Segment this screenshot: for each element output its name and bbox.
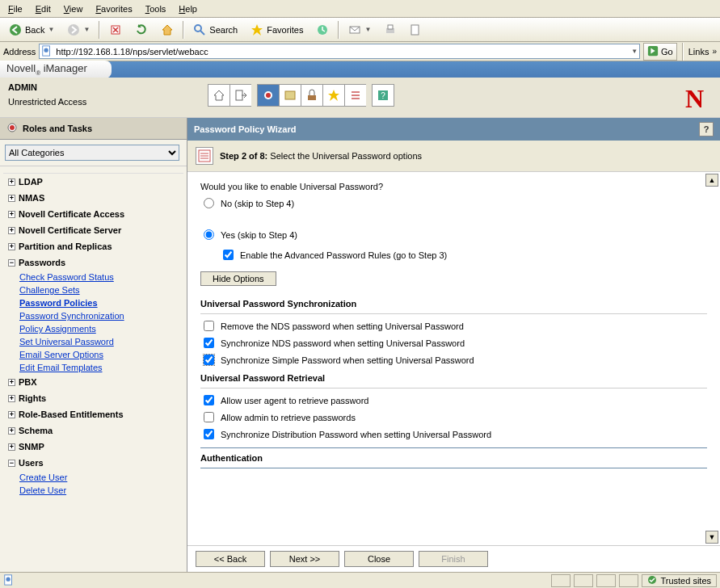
go-icon	[647, 45, 659, 58]
trusted-label: Trusted sites	[660, 576, 711, 586]
link-edit-email-templates[interactable]: Edit Email Templates	[19, 361, 183, 374]
expand-icon[interactable]: +	[8, 411, 15, 418]
tree-item-novell-certificate-access[interactable]: +Novell Certificate Access	[3, 206, 183, 222]
list-tab[interactable]	[344, 84, 367, 107]
expand-icon[interactable]: +	[8, 243, 15, 250]
expand-icon[interactable]: +	[8, 379, 15, 386]
back-button[interactable]: Back ▼	[3, 20, 60, 40]
tree-label: Passwords	[19, 258, 65, 267]
link-email-server-options[interactable]: Email Server Options	[19, 348, 183, 361]
menu-file[interactable]: File	[2, 2, 29, 16]
finish-button[interactable]: Finish	[419, 551, 488, 567]
history-button[interactable]	[310, 20, 335, 40]
edit-button[interactable]	[404, 20, 428, 40]
scroll-up-button[interactable]: ▲	[705, 174, 718, 187]
tree-item-novell-certificate-server[interactable]: +Novell Certificate Server	[3, 222, 183, 238]
step-row: Step 2 of 8: Select the Universal Passwo…	[187, 141, 720, 172]
config-tab[interactable]	[301, 84, 323, 107]
expand-icon[interactable]: +	[8, 195, 15, 202]
home-icon	[161, 23, 174, 36]
browser-toolbar: Back ▼ ▼ Search Favorites ▼	[0, 18, 720, 42]
menu-edit[interactable]: Edit	[29, 2, 57, 16]
tree-item-role-based-entitlements[interactable]: +Role-Based Entitlements	[3, 406, 183, 422]
link-challenge-sets[interactable]: Challenge Sets	[19, 284, 183, 296]
exit-tab[interactable]	[229, 84, 252, 107]
retr-header: Universal Password Retrieval	[200, 368, 707, 388]
checkbox-sync-opts-1[interactable]	[204, 338, 214, 348]
stop-button[interactable]	[103, 20, 128, 40]
back-button[interactable]: << Back	[196, 551, 265, 567]
tree-label: NMAS	[19, 193, 44, 203]
mail-button[interactable]: ▼	[343, 20, 377, 40]
expand-icon[interactable]: +	[8, 443, 15, 451]
wizard-body: ▲ Would you like to enable Universal Pas…	[187, 172, 720, 545]
refresh-button[interactable]	[129, 20, 154, 40]
dropdown-icon[interactable]: ▼	[631, 48, 638, 55]
search-button[interactable]: Search	[187, 20, 243, 40]
favorites-tab[interactable]	[322, 84, 345, 107]
tree-item-pbx[interactable]: +PBX	[3, 374, 183, 390]
home-tab[interactable]	[208, 84, 230, 107]
svg-point-23	[6, 577, 11, 581]
menu-help[interactable]: Help	[172, 2, 204, 16]
scroll-down-button[interactable]: ▼	[705, 531, 718, 544]
link-password-synchronization[interactable]: Password Synchronization	[19, 309, 183, 322]
help-button[interactable]: ?	[699, 122, 714, 136]
checkbox-sync-opts-0[interactable]	[204, 321, 214, 331]
link-password-policies[interactable]: Password Policies	[19, 296, 183, 309]
tree-item-users[interactable]: −Users	[3, 455, 183, 471]
checkbox-retr-opts-0[interactable]	[204, 395, 214, 405]
menu-favorites[interactable]: Favorites	[89, 2, 138, 16]
view-tab[interactable]	[279, 84, 301, 107]
collapse-icon[interactable]: −	[8, 259, 15, 267]
tree-item-rights[interactable]: +Rights	[3, 390, 183, 406]
checkbox-sync-opts-2[interactable]	[204, 355, 214, 365]
tree-item-snmp[interactable]: +SNMP	[3, 439, 183, 455]
content: Password Policy Wizard ? Step 2 of 8: Se…	[187, 118, 720, 572]
sidebar-tree[interactable]: +LDAP+NMAS+Novell Certificate Access+Nov…	[0, 166, 187, 572]
expand-icon[interactable]: +	[8, 227, 15, 234]
forward-button[interactable]: ▼	[61, 20, 95, 40]
print-button[interactable]	[378, 20, 402, 40]
checkbox-retr-opts-2[interactable]	[204, 429, 214, 439]
expand-icon[interactable]: +	[8, 178, 15, 186]
tree-label: Users	[19, 458, 44, 468]
hide-options-button[interactable]: Hide Options	[200, 271, 276, 286]
collapse-icon[interactable]: −	[8, 460, 15, 467]
tree-item-passwords[interactable]: −Passwords	[3, 254, 183, 271]
help-tab[interactable]: ?	[372, 84, 394, 107]
link-create-user[interactable]: Create User	[19, 471, 183, 484]
tree-item-ldap[interactable]: +LDAP	[3, 174, 183, 190]
tree-item-nmas[interactable]: +NMAS	[3, 190, 183, 206]
links-label[interactable]: Links	[688, 47, 709, 57]
dropdown-icon: ▼	[48, 26, 54, 33]
address-input[interactable]	[56, 47, 628, 57]
link-policy-assignments[interactable]: Policy Assignments	[19, 322, 183, 335]
expand-icon[interactable]: +	[8, 427, 15, 435]
expand-icon[interactable]: +	[8, 211, 15, 218]
home-button[interactable]	[155, 20, 179, 40]
menu-tools[interactable]: Tools	[139, 2, 173, 16]
link-delete-user[interactable]: Delete User	[19, 484, 183, 497]
svg-point-3	[195, 25, 201, 32]
brand: Novell® iManager	[0, 61, 112, 78]
radio-no[interactable]	[204, 198, 214, 208]
icon-toolbar: ?	[208, 84, 394, 107]
expand-icon[interactable]: +	[8, 395, 15, 402]
close-button[interactable]: Close	[344, 551, 414, 567]
checkbox-retr-opts-1[interactable]	[204, 412, 214, 422]
tree-item-partition-and-replicas[interactable]: +Partition and Replicas	[3, 238, 183, 254]
check-advanced[interactable]	[223, 250, 234, 260]
favorites-button[interactable]: Favorites	[245, 20, 309, 40]
go-button[interactable]: Go	[643, 43, 677, 61]
chevron-right-icon[interactable]: »	[712, 47, 717, 56]
radio-yes[interactable]	[204, 229, 214, 240]
menu-view[interactable]: View	[57, 2, 90, 16]
roles-tab[interactable]	[257, 84, 280, 107]
next-button[interactable]: Next >>	[270, 551, 339, 567]
link-check-password-status[interactable]: Check Password Status	[19, 271, 183, 284]
category-select[interactable]: All Categories	[5, 145, 179, 161]
tree-item-schema[interactable]: +Schema	[3, 422, 183, 439]
link-set-universal-password[interactable]: Set Universal Password	[19, 335, 183, 348]
svg-rect-12	[236, 90, 242, 100]
